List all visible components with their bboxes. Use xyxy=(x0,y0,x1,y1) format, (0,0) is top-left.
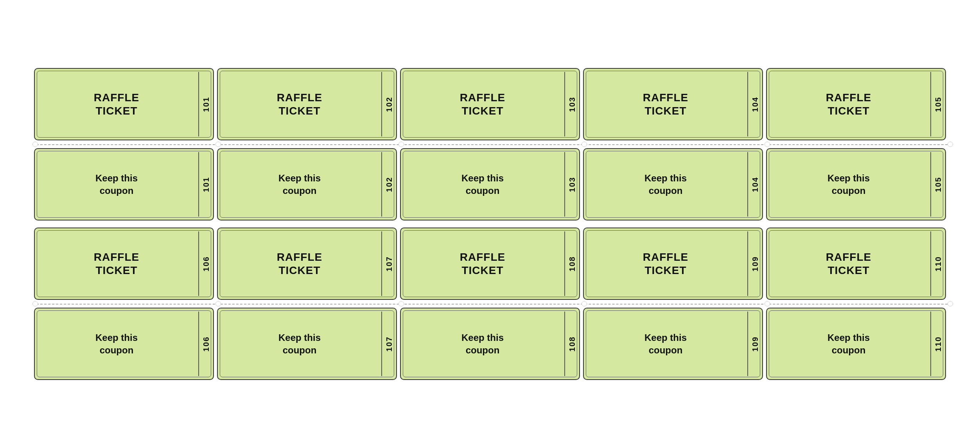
coupon-number: 101 xyxy=(202,177,211,192)
coupon-row-0: Keep this coupon101Keep this coupon102Ke… xyxy=(32,147,948,222)
ticket-main-area: RAFFLE TICKET xyxy=(767,228,930,299)
coupon-stub: 103 xyxy=(564,152,579,217)
raffle-ticket-107: RAFFLE TICKET107 xyxy=(217,228,397,300)
coupon-ticket-106: Keep this coupon106 xyxy=(34,308,214,380)
coupon-label: Keep this coupon xyxy=(644,332,687,356)
row-gap xyxy=(32,222,948,226)
separator-circle xyxy=(398,142,404,147)
coupon-stub: 110 xyxy=(930,312,945,376)
ticket-main-area: RAFFLE TICKET xyxy=(35,69,198,140)
ticket-main-area: RAFFLE TICKET xyxy=(584,228,747,299)
coupon-main-area: Keep this coupon xyxy=(767,149,930,220)
separator-circle xyxy=(948,301,953,306)
ticket-stub: 104 xyxy=(747,72,762,136)
separator-circle xyxy=(765,301,770,306)
ticket-stub: 103 xyxy=(564,72,579,136)
ticket-main-area: RAFFLE TICKET xyxy=(401,228,564,299)
ticket-stub: 107 xyxy=(381,231,396,296)
coupon-main-area: Keep this coupon xyxy=(401,149,564,220)
coupon-label: Keep this coupon xyxy=(278,332,321,356)
coupon-stub: 105 xyxy=(930,152,945,217)
ticket-main-area: RAFFLE TICKET xyxy=(401,69,564,140)
raffle-ticket-label: RAFFLE TICKET xyxy=(460,91,505,117)
ticket-number: 106 xyxy=(202,256,211,271)
raffle-ticket-102: RAFFLE TICKET102 xyxy=(217,68,397,140)
ticket-main-area: RAFFLE TICKET xyxy=(218,69,381,140)
coupon-label: Keep this coupon xyxy=(278,172,321,196)
ticket-pair-row-0: RAFFLE TICKET101RAFFLE TICKET102RAFFLE T… xyxy=(32,66,948,226)
ticket-stub: 108 xyxy=(564,231,579,296)
coupon-ticket-102: Keep this coupon102 xyxy=(217,148,397,220)
coupon-number: 109 xyxy=(751,336,760,351)
coupon-main-area: Keep this coupon xyxy=(401,308,564,379)
separator-circle xyxy=(215,301,221,306)
raffle-ticket-label: RAFFLE TICKET xyxy=(826,91,871,117)
coupon-ticket-101: Keep this coupon101 xyxy=(34,148,214,220)
coupon-label: Keep this coupon xyxy=(644,172,687,196)
raffle-ticket-label: RAFFLE TICKET xyxy=(460,251,505,277)
coupon-label: Keep this coupon xyxy=(827,172,870,196)
coupon-stub: 108 xyxy=(564,312,579,376)
coupon-label: Keep this coupon xyxy=(461,332,504,356)
ticket-pair-row-1: RAFFLE TICKET106RAFFLE TICKET107RAFFLE T… xyxy=(32,226,948,382)
raffle-ticket-103: RAFFLE TICKET103 xyxy=(400,68,580,140)
coupon-label: Keep this coupon xyxy=(95,172,138,196)
ticket-stub: 106 xyxy=(198,231,213,296)
ticket-number: 107 xyxy=(385,256,394,271)
ticket-stub: 110 xyxy=(930,231,945,296)
coupon-ticket-109: Keep this coupon109 xyxy=(583,308,763,380)
coupon-ticket-107: Keep this coupon107 xyxy=(217,308,397,380)
raffle-ticket-label: RAFFLE TICKET xyxy=(94,251,139,277)
coupon-number: 104 xyxy=(751,177,760,192)
raffle-ticket-104: RAFFLE TICKET104 xyxy=(583,68,763,140)
coupon-main-area: Keep this coupon xyxy=(584,308,747,379)
ticket-sheet: RAFFLE TICKET101RAFFLE TICKET102RAFFLE T… xyxy=(21,55,959,393)
ticket-stub: 101 xyxy=(198,72,213,136)
ticket-number: 102 xyxy=(385,97,394,112)
ticket-number: 108 xyxy=(568,256,577,271)
separator-circle xyxy=(765,142,770,147)
coupon-stub: 101 xyxy=(198,152,213,217)
coupon-stub: 104 xyxy=(747,152,762,217)
ticket-stub: 109 xyxy=(747,231,762,296)
raffle-ticket-105: RAFFLE TICKET105 xyxy=(766,68,946,140)
coupon-ticket-105: Keep this coupon105 xyxy=(766,148,946,220)
coupon-stub: 102 xyxy=(381,152,396,217)
coupon-stub: 107 xyxy=(381,312,396,376)
ticket-main-area: RAFFLE TICKET xyxy=(767,69,930,140)
coupon-ticket-108: Keep this coupon108 xyxy=(400,308,580,380)
coupon-main-area: Keep this coupon xyxy=(35,149,198,220)
coupon-main-area: Keep this coupon xyxy=(584,149,747,220)
coupon-number: 105 xyxy=(934,177,943,192)
ticket-number: 103 xyxy=(568,97,577,112)
coupon-ticket-103: Keep this coupon103 xyxy=(400,148,580,220)
ticket-number: 105 xyxy=(934,97,943,112)
dashed-separator-0 xyxy=(32,142,948,147)
ticket-number: 101 xyxy=(202,97,211,112)
dashed-separator-1 xyxy=(32,301,948,306)
coupon-main-area: Keep this coupon xyxy=(35,308,198,379)
raffle-ticket-109: RAFFLE TICKET109 xyxy=(583,228,763,300)
ticket-number: 109 xyxy=(751,256,760,271)
coupon-number: 102 xyxy=(385,177,394,192)
raffle-ticket-101: RAFFLE TICKET101 xyxy=(34,68,214,140)
raffle-ticket-label: RAFFLE TICKET xyxy=(277,251,322,277)
ticket-number: 104 xyxy=(751,97,760,112)
coupon-main-area: Keep this coupon xyxy=(218,308,381,379)
ticket-stub: 102 xyxy=(381,72,396,136)
raffle-ticket-label: RAFFLE TICKET xyxy=(643,91,688,117)
raffle-ticket-label: RAFFLE TICKET xyxy=(826,251,871,277)
coupon-main-area: Keep this coupon xyxy=(767,308,930,379)
raffle-ticket-label: RAFFLE TICKET xyxy=(277,91,322,117)
raffle-ticket-108: RAFFLE TICKET108 xyxy=(400,228,580,300)
coupon-label: Keep this coupon xyxy=(461,172,504,196)
separator-circle xyxy=(398,301,404,306)
ticket-main-area: RAFFLE TICKET xyxy=(35,228,198,299)
ticket-number: 110 xyxy=(934,256,943,271)
raffle-row-1: RAFFLE TICKET106RAFFLE TICKET107RAFFLE T… xyxy=(32,226,948,301)
raffle-ticket-label: RAFFLE TICKET xyxy=(94,91,139,117)
coupon-number: 106 xyxy=(202,336,211,351)
coupon-row-1: Keep this coupon106Keep this coupon107Ke… xyxy=(32,306,948,382)
separator-circle xyxy=(215,142,221,147)
raffle-ticket-110: RAFFLE TICKET110 xyxy=(766,228,946,300)
